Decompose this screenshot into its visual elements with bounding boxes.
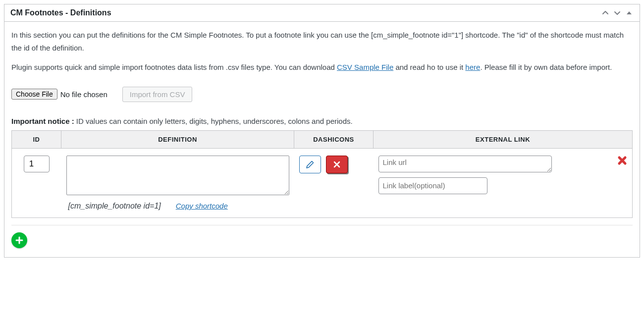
metabox-title: CM Footnotes - Definitions bbox=[10, 8, 111, 17]
pencil-icon bbox=[305, 160, 315, 169]
definition-textarea[interactable] bbox=[66, 156, 289, 195]
notice-text: ID values can contain only letters, digi… bbox=[74, 117, 353, 125]
file-chooser[interactable]: Choose File No file chosen bbox=[11, 89, 107, 100]
table-row: [cm_simple_footnote id=1] Copy shortcode bbox=[12, 148, 633, 217]
col-definition: DEFINITION bbox=[61, 130, 294, 148]
import-csv-button[interactable]: Import from CSV bbox=[122, 87, 193, 102]
shortcode-row: [cm_simple_footnote id=1] Copy shortcode bbox=[66, 202, 289, 211]
csv-help-link[interactable]: here bbox=[465, 63, 480, 71]
important-notice: Important notice : ID values can contain… bbox=[11, 117, 633, 125]
intro-paragraph-2: Plugin supports quick and simple import … bbox=[11, 61, 633, 74]
intro-text-2c: . Please fill it by own data before impo… bbox=[480, 63, 612, 71]
shortcode-text: [cm_simple_footnote id=1] bbox=[68, 202, 161, 211]
id-input[interactable] bbox=[24, 156, 50, 172]
collapse-icon[interactable] bbox=[625, 8, 634, 17]
upload-row: Choose File No file chosen Import from C… bbox=[11, 87, 633, 102]
remove-dashicon-button[interactable] bbox=[326, 156, 348, 173]
link-label-input[interactable] bbox=[378, 177, 487, 194]
add-row-button[interactable] bbox=[11, 232, 27, 248]
link-url-input[interactable] bbox=[378, 156, 552, 172]
move-down-icon[interactable] bbox=[613, 8, 622, 17]
intro-text-2a: Plugin supports quick and simple import … bbox=[11, 63, 337, 71]
notice-label: Important notice : bbox=[11, 117, 74, 125]
add-row-section bbox=[11, 225, 633, 248]
file-status: No file chosen bbox=[60, 90, 107, 99]
csv-sample-link[interactable]: CSV Sample File bbox=[337, 63, 393, 71]
move-up-icon[interactable] bbox=[601, 8, 610, 17]
metabox-controls bbox=[601, 8, 634, 17]
close-icon bbox=[333, 161, 341, 168]
intro-text-2b: and read ho to use it bbox=[393, 63, 465, 71]
definitions-table: ID DEFINITION DASHICONS EXTERNAL LINK [c… bbox=[11, 130, 633, 218]
copy-shortcode-link[interactable]: Copy shortcode bbox=[176, 202, 228, 210]
intro-paragraph-1: In this section you can put the definiti… bbox=[11, 29, 633, 54]
edit-dashicon-button[interactable] bbox=[299, 156, 321, 173]
plus-icon bbox=[15, 236, 24, 245]
dashicon-controls bbox=[299, 156, 369, 173]
col-dashicons: DASHICONS bbox=[294, 130, 374, 148]
delete-row-button[interactable] bbox=[617, 156, 627, 165]
col-external-link: EXTERNAL LINK bbox=[374, 130, 633, 148]
metabox-cm-footnotes: CM Footnotes - Definitions In this secti… bbox=[4, 4, 640, 258]
metabox-header: CM Footnotes - Definitions bbox=[4, 4, 640, 22]
delete-x-icon bbox=[617, 156, 627, 165]
metabox-body: In this section you can put the definiti… bbox=[4, 22, 640, 257]
choose-file-button[interactable]: Choose File bbox=[11, 89, 57, 100]
col-id: ID bbox=[12, 130, 61, 148]
